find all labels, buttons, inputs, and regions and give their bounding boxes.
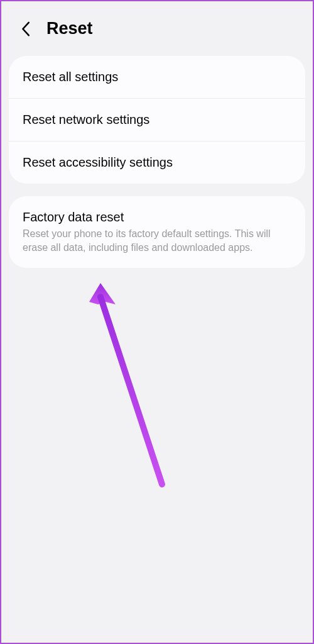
list-item-description: Reset your phone to its factory default … <box>23 227 291 254</box>
settings-group-2: Factory data reset Reset your phone to i… <box>9 196 305 268</box>
list-item-label: Reset accessibility settings <box>23 155 291 170</box>
svg-marker-0 <box>89 283 116 304</box>
reset-network-settings[interactable]: Reset network settings <box>9 99 305 142</box>
factory-data-reset[interactable]: Factory data reset Reset your phone to i… <box>9 196 305 268</box>
settings-group-1: Reset all settings Reset network setting… <box>9 56 305 184</box>
list-item-label: Factory data reset <box>23 210 291 225</box>
reset-all-settings[interactable]: Reset all settings <box>9 56 305 99</box>
page-title: Reset <box>46 19 93 38</box>
reset-accessibility-settings[interactable]: Reset accessibility settings <box>9 142 305 184</box>
annotation-arrow-icon <box>87 283 175 497</box>
header: Reset <box>1 1 313 56</box>
back-icon[interactable] <box>19 21 34 36</box>
list-item-label: Reset all settings <box>23 70 291 84</box>
list-item-label: Reset network settings <box>23 113 291 127</box>
